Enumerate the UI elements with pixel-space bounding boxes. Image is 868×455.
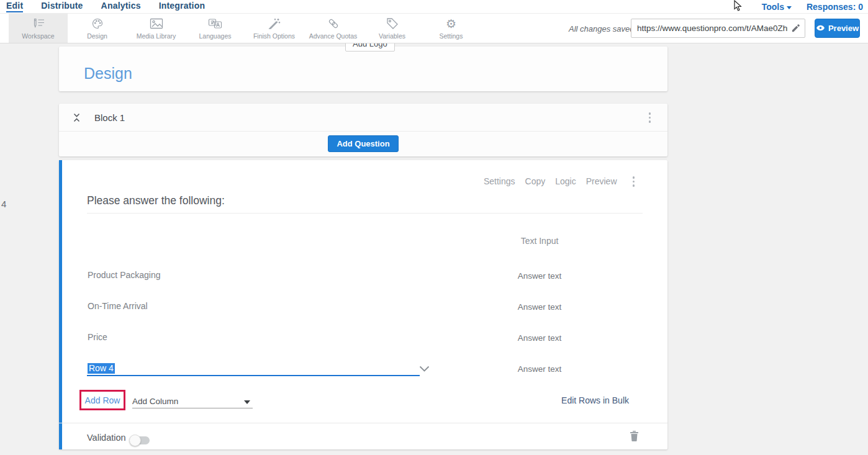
tools-menu[interactable]: Tools bbox=[762, 2, 792, 12]
column-header-text-input: Text Input bbox=[521, 236, 559, 246]
question-title-divider bbox=[87, 213, 643, 214]
add-row-annotation-box: Add Row bbox=[79, 390, 125, 410]
question-options-menu-icon[interactable] bbox=[631, 174, 637, 189]
nav-tab-integration[interactable]: Integration bbox=[159, 1, 206, 12]
toolbar-label: Design bbox=[87, 32, 107, 40]
toggle-knob bbox=[129, 435, 141, 446]
top-nav: Edit Distribute Analytics Integration To… bbox=[0, 0, 868, 14]
tag-icon bbox=[386, 17, 399, 30]
survey-url-box bbox=[631, 19, 805, 38]
gear-icon: ⚙ bbox=[446, 17, 456, 30]
validation-label: Validation bbox=[87, 433, 126, 443]
answer-text-placeholder[interactable]: Answer text bbox=[518, 271, 562, 281]
nav-tab-distribute[interactable]: Distribute bbox=[41, 1, 83, 12]
toolbar-label: Settings bbox=[440, 32, 463, 40]
palette-icon bbox=[91, 17, 104, 30]
tools-label: Tools bbox=[762, 2, 784, 12]
magic-wand-icon bbox=[268, 17, 281, 30]
toolbar-item-languages[interactable]: Languages bbox=[186, 14, 245, 43]
toolbar-item-media-library[interactable]: Media Library bbox=[127, 14, 186, 43]
toolbar-label: Finish Options bbox=[253, 32, 295, 40]
toolbar-item-finish-options[interactable]: Finish Options bbox=[245, 14, 304, 43]
preview-button-label: Preview bbox=[828, 24, 859, 33]
caret-down-icon bbox=[244, 400, 250, 404]
row-label[interactable]: Product Packaging bbox=[88, 270, 161, 280]
question-title[interactable]: Please answer the following: bbox=[87, 194, 225, 207]
collapse-block-icon[interactable] bbox=[73, 113, 81, 125]
toolbar-label: Variables bbox=[379, 32, 405, 40]
question-copy-link[interactable]: Copy bbox=[525, 176, 546, 186]
answer-text-placeholder[interactable]: Answer text bbox=[518, 333, 562, 343]
question-footer-divider bbox=[59, 423, 667, 423]
row-label[interactable]: On-Time Arrival bbox=[88, 301, 148, 311]
edit-rows-in-bulk-link[interactable]: Edit Rows in Bulk bbox=[561, 395, 629, 405]
row-edit-underline bbox=[87, 375, 420, 376]
answer-text-placeholder[interactable]: Answer text bbox=[518, 302, 562, 312]
block-title: Block 1 bbox=[94, 112, 125, 123]
toolbar-item-workspace[interactable]: Workspace bbox=[9, 14, 68, 43]
toolbar-item-advance-quotas[interactable]: Advance Quotas bbox=[304, 14, 363, 43]
matrix-row-editing: Row 4 Answer text bbox=[59, 363, 667, 376]
workspace-icon bbox=[32, 17, 45, 30]
toolbar-item-design[interactable]: Design bbox=[68, 14, 127, 43]
toolbar-label: Languages bbox=[199, 32, 232, 40]
matrix-row: On-Time Arrival Answer text bbox=[59, 301, 667, 313]
matrix-row: Price Answer text bbox=[59, 332, 667, 345]
delete-question-trash-icon[interactable] bbox=[630, 430, 639, 444]
matrix-row: Product Packaging Answer text bbox=[59, 270, 667, 282]
edit-url-pencil-icon[interactable] bbox=[791, 24, 800, 35]
question-number: 4 bbox=[1, 199, 6, 209]
design-header-card: Design bbox=[59, 47, 667, 91]
top-nav-links: Edit Distribute Analytics Integration bbox=[0, 1, 205, 12]
toolbar-item-variables[interactable]: Variables bbox=[363, 14, 422, 43]
save-status-text: All changes saved bbox=[569, 24, 635, 34]
question-logic-link[interactable]: Logic bbox=[555, 176, 576, 186]
answer-text-placeholder[interactable]: Answer text bbox=[518, 364, 562, 374]
chevron-down-icon[interactable] bbox=[419, 364, 430, 375]
toolbar-item-settings[interactable]: ⚙ Settings bbox=[422, 14, 481, 43]
add-row-button[interactable]: Add Row bbox=[85, 395, 120, 405]
toolbar-label: Workspace bbox=[22, 32, 54, 40]
validation-toggle[interactable] bbox=[131, 436, 150, 444]
question-settings-link[interactable]: Settings bbox=[484, 176, 515, 186]
page-title: Design bbox=[84, 65, 132, 83]
question-preview-link[interactable]: Preview bbox=[586, 176, 617, 186]
block-card: Block 1 Add Question bbox=[59, 104, 667, 156]
add-column-label: Add Column bbox=[132, 397, 178, 406]
nav-tab-analytics[interactable]: Analytics bbox=[101, 1, 141, 12]
questionpro-survey-editor: Edit Distribute Analytics Integration To… bbox=[0, 0, 868, 455]
image-icon bbox=[150, 17, 163, 30]
preview-button[interactable]: Preview bbox=[815, 19, 860, 38]
editor-toolbar: Workspace Design bbox=[0, 14, 868, 43]
add-column-select[interactable]: Add Column bbox=[132, 395, 253, 408]
responses-count[interactable]: Responses: 0 bbox=[807, 2, 863, 12]
nav-tab-edit[interactable]: Edit bbox=[6, 1, 23, 12]
translate-icon bbox=[208, 17, 223, 30]
block-options-menu-icon[interactable] bbox=[647, 110, 653, 125]
add-question-row: Add Question bbox=[59, 132, 667, 156]
chevron-down-icon bbox=[787, 6, 792, 9]
row-edit-input[interactable]: Row 4 bbox=[88, 363, 115, 374]
block-header: Block 1 bbox=[59, 104, 667, 132]
question-action-menu: Settings Copy Logic Preview bbox=[484, 174, 636, 189]
row-label[interactable]: Price bbox=[88, 332, 107, 342]
survey-url-input[interactable] bbox=[631, 19, 788, 37]
question-card: Settings Copy Logic Preview Please answe… bbox=[59, 160, 667, 449]
add-question-button[interactable]: Add Question bbox=[328, 135, 398, 152]
toolbar-label: Media Library bbox=[137, 32, 176, 40]
toolbar-label: Advance Quotas bbox=[309, 32, 358, 40]
eye-icon bbox=[816, 24, 825, 33]
top-nav-right: Tools Responses: 0 bbox=[762, 0, 863, 14]
link-icon bbox=[327, 17, 340, 30]
